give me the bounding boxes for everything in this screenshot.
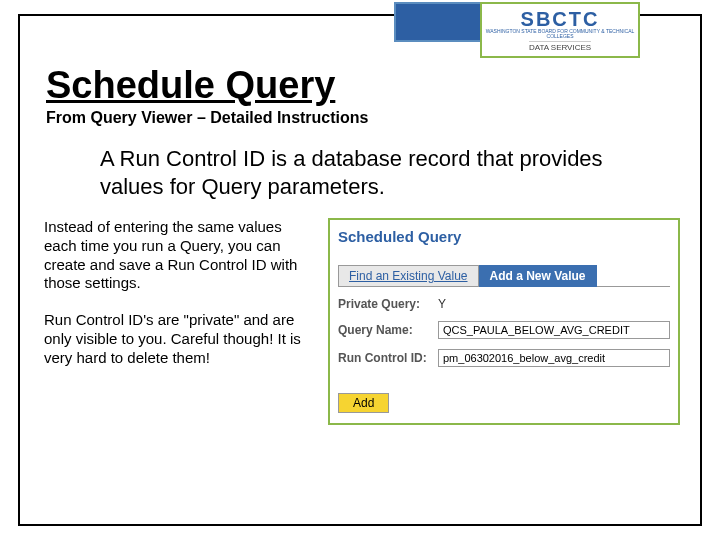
input-query-name[interactable] bbox=[438, 321, 670, 339]
label-query-name: Query Name: bbox=[338, 323, 438, 337]
panel-title: Scheduled Query bbox=[338, 228, 670, 245]
tab-add-new[interactable]: Add a New Value bbox=[479, 265, 597, 287]
scheduled-query-panel: Scheduled Query Find an Existing Value A… bbox=[328, 218, 680, 425]
paragraph-2: Run Control ID's are "private" and are o… bbox=[44, 311, 314, 367]
add-button[interactable]: Add bbox=[338, 393, 389, 413]
content-columns: Instead of entering the same values each… bbox=[44, 218, 680, 425]
left-column: Instead of entering the same values each… bbox=[44, 218, 314, 425]
logo-service: DATA SERVICES bbox=[529, 41, 591, 52]
page-subtitle: From Query Viewer – Detailed Instruction… bbox=[46, 109, 700, 127]
row-run-control-id: Run Control ID: bbox=[338, 349, 670, 367]
logo-subtext: WASHINGTON STATE BOARD FOR COMMUNITY & T… bbox=[482, 29, 638, 39]
intro-text: A Run Control ID is a database record th… bbox=[100, 145, 644, 200]
label-run-control-id: Run Control ID: bbox=[338, 351, 438, 365]
value-private-query: Y bbox=[438, 297, 446, 311]
row-query-name: Query Name: bbox=[338, 321, 670, 339]
slide-frame: SBCTC WASHINGTON STATE BOARD FOR COMMUNI… bbox=[18, 14, 702, 526]
tab-find-existing[interactable]: Find an Existing Value bbox=[338, 265, 479, 287]
paragraph-1: Instead of entering the same values each… bbox=[44, 218, 314, 293]
label-private-query: Private Query: bbox=[338, 297, 438, 311]
row-private-query: Private Query: Y bbox=[338, 297, 670, 311]
sbctc-logo: SBCTC WASHINGTON STATE BOARD FOR COMMUNI… bbox=[480, 2, 640, 58]
title-block: Schedule Query From Query Viewer – Detai… bbox=[46, 64, 700, 127]
input-run-control-id[interactable] bbox=[438, 349, 670, 367]
tab-underline bbox=[597, 265, 670, 287]
page-title: Schedule Query bbox=[46, 64, 700, 107]
tab-bar: Find an Existing Value Add a New Value bbox=[338, 265, 670, 287]
